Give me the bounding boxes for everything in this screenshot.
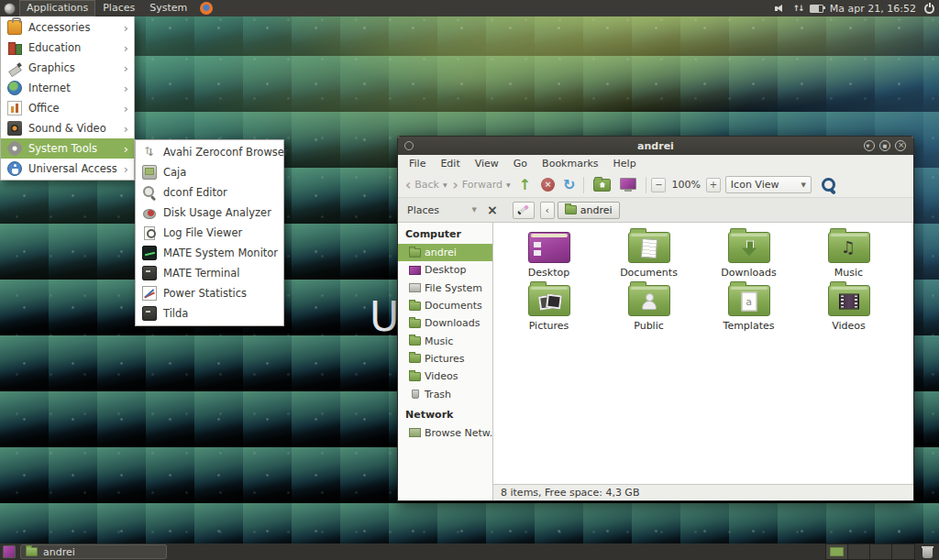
menubar-bookmarks[interactable]: Bookmarks bbox=[535, 158, 605, 170]
menubar-help[interactable]: Help bbox=[606, 158, 644, 170]
workspace-1[interactable] bbox=[826, 544, 848, 559]
zoom-in-button[interactable]: + bbox=[706, 178, 721, 192]
file-pictures[interactable]: Pictures bbox=[499, 283, 599, 336]
sidebar-item-pictures[interactable]: Pictures bbox=[398, 350, 492, 368]
refresh-button[interactable]: ↻ bbox=[559, 176, 579, 194]
titlebar[interactable]: andrei bbox=[398, 137, 913, 155]
sidebar-item-trash[interactable]: Trash bbox=[398, 385, 492, 402]
workspace-3[interactable] bbox=[870, 544, 892, 559]
workspace-2[interactable] bbox=[848, 544, 870, 559]
menu-item-internet[interactable]: Internet› bbox=[1, 78, 134, 98]
file-templates[interactable]: Templates bbox=[699, 283, 799, 336]
distro-logo-icon[interactable] bbox=[4, 3, 16, 15]
file-documents[interactable]: Documents bbox=[599, 230, 699, 283]
menu-item-graphics[interactable]: Graphics› bbox=[1, 58, 134, 78]
computer-button[interactable] bbox=[620, 178, 636, 192]
workspace-4[interactable] bbox=[892, 544, 914, 559]
menu-item-education[interactable]: Education› bbox=[1, 38, 134, 58]
window-menu-icon[interactable] bbox=[404, 141, 414, 150]
close-button[interactable] bbox=[895, 140, 906, 151]
edit-location-button[interactable] bbox=[513, 202, 535, 219]
sidebar-item-label: Trash bbox=[425, 389, 451, 401]
menu-item-label: Disk Usage Analyzer bbox=[163, 206, 280, 219]
battery-icon[interactable] bbox=[810, 5, 823, 13]
file-videos[interactable]: Videos bbox=[799, 283, 899, 336]
status-text: 8 items, Free space: 4,3 GB bbox=[501, 487, 639, 499]
places-dropdown[interactable]: Places ▼ bbox=[403, 203, 481, 218]
sidebar-item-music[interactable]: Music bbox=[398, 332, 492, 349]
minimize-button[interactable] bbox=[864, 140, 875, 151]
folder-icon bbox=[409, 336, 421, 346]
downloads-emblem-icon bbox=[742, 240, 757, 256]
breadcrumb-scroll-left-button[interactable]: ‹ bbox=[540, 202, 555, 219]
menu-item-office[interactable]: Office› bbox=[1, 98, 134, 118]
menu-item-universal-access[interactable]: Universal Access› bbox=[1, 159, 134, 179]
menu-item-label: Graphics bbox=[28, 61, 117, 74]
submenu-item-caja[interactable]: Caja bbox=[136, 162, 283, 182]
network-icon[interactable]: ↑↓ bbox=[793, 4, 803, 13]
menubar-go[interactable]: Go bbox=[506, 158, 535, 170]
submenu-item-mate-terminal[interactable]: MATE Terminal bbox=[136, 263, 283, 283]
sidebar-item-videos[interactable]: Videos bbox=[398, 368, 492, 385]
back-button[interactable]: ‹ Back ▼ bbox=[403, 177, 450, 193]
menubar-view[interactable]: View bbox=[468, 158, 506, 170]
file-desktop[interactable]: Desktop bbox=[499, 230, 599, 283]
menu-item-sound-video[interactable]: Sound & Video› bbox=[1, 118, 134, 138]
submenu-item-log-file-viewer[interactable]: Log File Viewer bbox=[136, 223, 283, 243]
submenu-item-tilda[interactable]: Tilda bbox=[136, 303, 283, 324]
sidebar-item-documents[interactable]: Documents bbox=[398, 297, 492, 314]
taskbar-item-andrei[interactable]: andrei bbox=[20, 544, 167, 559]
chevron-down-icon: ▼ bbox=[472, 206, 477, 214]
sidebar-item-desktop[interactable]: Desktop bbox=[398, 261, 492, 279]
show-desktop-button[interactable] bbox=[3, 545, 16, 558]
close-sidebar-icon[interactable]: × bbox=[481, 203, 504, 217]
window-body: ComputerandreiDesktopFile SystemDocument… bbox=[398, 223, 913, 500]
stop-button[interactable]: × bbox=[541, 178, 555, 192]
view-mode-select[interactable]: Icon View ▼ bbox=[725, 176, 812, 193]
home-button[interactable] bbox=[593, 179, 611, 192]
breadcrumb-label: andrei bbox=[580, 204, 613, 216]
chevron-down-icon: ▼ bbox=[443, 181, 447, 188]
submenu-item-power-statistics[interactable]: Power Statistics bbox=[136, 283, 283, 303]
submenu-item-disk-usage-analyzer[interactable]: Disk Usage Analyzer bbox=[136, 203, 283, 223]
toolbar-separator bbox=[583, 177, 584, 193]
submenu-item-avahi-zeroconf-browser[interactable]: Avahi Zeroconf Browser bbox=[136, 142, 283, 162]
clock[interactable]: Ma apr 21, 16:52 bbox=[830, 3, 916, 15]
pictures-emblem-icon bbox=[539, 293, 559, 309]
places-sidebar: ComputerandreiDesktopFile SystemDocument… bbox=[398, 223, 493, 500]
menu-item-accessories[interactable]: Accessories› bbox=[1, 17, 134, 38]
menubar-edit[interactable]: Edit bbox=[433, 158, 467, 170]
search-icon[interactable] bbox=[820, 176, 837, 193]
zoom-out-button[interactable]: − bbox=[651, 178, 666, 192]
maximize-button[interactable] bbox=[879, 140, 890, 151]
power-icon[interactable] bbox=[924, 4, 934, 14]
sidebar-item-browse-netw[interactable]: Browse Netw... bbox=[398, 424, 492, 442]
submenu-arrow-icon: › bbox=[124, 61, 128, 75]
universal-access-icon bbox=[7, 161, 22, 176]
panel-menu-system[interactable]: System bbox=[142, 0, 194, 16]
file-label: Desktop bbox=[528, 267, 569, 279]
file-music[interactable]: Music bbox=[799, 230, 899, 283]
sidebar-item-label: Downloads bbox=[425, 317, 480, 329]
menu-item-system-tools[interactable]: System Tools› bbox=[1, 138, 134, 159]
firefox-launcher-icon[interactable] bbox=[200, 2, 213, 15]
file-downloads[interactable]: Downloads bbox=[699, 230, 799, 283]
documents-emblem-icon bbox=[640, 238, 657, 258]
submenu-item-mate-system-monitor[interactable]: MATE System Monitor bbox=[136, 243, 283, 263]
panel-menu-applications[interactable]: Applications bbox=[19, 0, 95, 16]
volume-icon[interactable] bbox=[775, 4, 787, 14]
breadcrumb-andrei[interactable]: andrei bbox=[558, 202, 620, 219]
submenu-item-dconf-editor[interactable]: dconf Editor bbox=[136, 182, 283, 203]
panel-menu-places[interactable]: Places bbox=[95, 0, 142, 16]
file-public[interactable]: Public bbox=[599, 283, 699, 336]
up-button[interactable]: ↑ bbox=[514, 176, 536, 194]
sidebar-item-label: Desktop bbox=[425, 264, 466, 276]
forward-button[interactable]: › Forward ▼ bbox=[450, 177, 514, 193]
system-tools-submenu: Avahi Zeroconf BrowserCajadconf EditorDi… bbox=[135, 139, 284, 326]
sidebar-item-file-system[interactable]: File System bbox=[398, 280, 492, 297]
sidebar-item-downloads[interactable]: Downloads bbox=[398, 314, 492, 332]
sidebar-item-andrei[interactable]: andrei bbox=[398, 244, 492, 261]
menu-item-label: Education bbox=[28, 41, 117, 54]
trash-icon[interactable] bbox=[922, 546, 933, 558]
menubar-file[interactable]: File bbox=[402, 158, 433, 170]
